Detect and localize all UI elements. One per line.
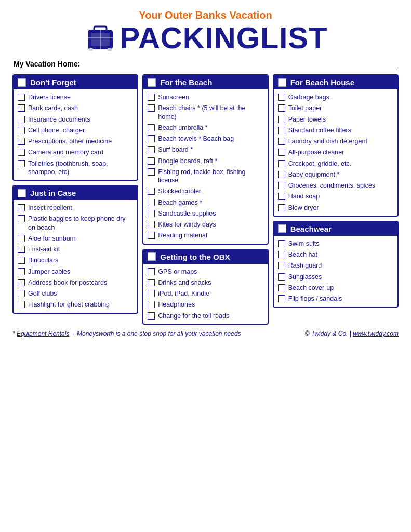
header-checkbox-for-the-beach[interactable] bbox=[148, 78, 156, 87]
vacation-home-line[interactable] bbox=[83, 60, 399, 68]
checkbox[interactable] bbox=[18, 160, 25, 167]
checkbox[interactable] bbox=[148, 268, 155, 275]
checkbox[interactable] bbox=[18, 290, 25, 297]
header-checkbox-just-in-case[interactable] bbox=[18, 189, 26, 197]
checkbox[interactable] bbox=[278, 116, 285, 123]
item-text: Sandcastle supplies bbox=[158, 209, 216, 218]
checkbox[interactable] bbox=[278, 94, 285, 101]
list-item: Jumper cables bbox=[18, 267, 133, 276]
checkbox[interactable] bbox=[278, 284, 285, 291]
checkbox[interactable] bbox=[278, 160, 285, 167]
list-item: Beach games * bbox=[148, 198, 263, 207]
checkbox[interactable] bbox=[18, 215, 25, 222]
checkbox[interactable] bbox=[278, 149, 285, 156]
section-title-for-the-beach: For the Beach bbox=[160, 78, 212, 87]
checkbox[interactable] bbox=[148, 290, 155, 297]
checkbox[interactable] bbox=[148, 104, 155, 112]
checkbox[interactable] bbox=[148, 199, 155, 206]
item-text: Groceries, condiments, spices bbox=[288, 181, 375, 190]
checkbox[interactable] bbox=[18, 257, 25, 264]
list-item: Change for the toll roads bbox=[148, 311, 263, 321]
footer-copyright: © Twiddy & Co. | bbox=[305, 330, 353, 337]
section-beachwear: Beachwear Swim suits Beach hat Rash guar… bbox=[273, 221, 399, 308]
item-text: Beach chairs * (5 will be at the home) bbox=[158, 104, 263, 121]
checkbox[interactable] bbox=[278, 251, 285, 258]
header-checkbox-beachwear[interactable] bbox=[278, 224, 286, 233]
checkbox[interactable] bbox=[278, 240, 285, 247]
column-1: Don't Forget Drivers license Bank cards,… bbox=[12, 74, 138, 314]
checkbox[interactable] bbox=[148, 279, 155, 286]
checkbox[interactable] bbox=[18, 127, 25, 134]
item-text: Boogie boards, raft * bbox=[158, 157, 217, 165]
list-item: Paper towels bbox=[278, 115, 393, 124]
list-item: Blow dryer bbox=[278, 203, 393, 212]
item-text: Camera and memory card bbox=[28, 148, 103, 156]
item-text: Beach hat bbox=[288, 250, 317, 259]
item-text: Toiletries (toothbrush, soap, shampoo, e… bbox=[28, 159, 133, 177]
checkbox[interactable] bbox=[148, 210, 155, 217]
checkbox[interactable] bbox=[18, 279, 25, 286]
column-3: For Beach House Garbage bags Toilet pape… bbox=[273, 74, 399, 308]
checkbox[interactable] bbox=[148, 135, 155, 142]
header-checkbox-for-beach-house[interactable] bbox=[278, 78, 286, 87]
item-text: Standard coffee filters bbox=[288, 126, 351, 135]
section-header-for-the-beach: For the Beach bbox=[143, 75, 267, 89]
list-item: Stocked cooler bbox=[148, 187, 263, 196]
checkbox[interactable] bbox=[148, 157, 155, 165]
list-item: Groceries, condiments, spices bbox=[278, 181, 393, 190]
item-text: Headphones bbox=[158, 300, 195, 309]
checkbox[interactable] bbox=[18, 116, 25, 123]
checkbox[interactable] bbox=[18, 104, 25, 112]
section-getting-to-obx: Getting to the OBX GPS or maps Drinks an… bbox=[142, 249, 268, 325]
checkbox[interactable] bbox=[148, 146, 155, 153]
list-item: Camera and memory card bbox=[18, 148, 133, 157]
checkbox[interactable] bbox=[148, 124, 155, 131]
section-title-for-beach-house: For Beach House bbox=[290, 78, 354, 87]
item-text: Address book for postcards bbox=[28, 278, 107, 287]
header-checkbox-dont-forget[interactable] bbox=[18, 78, 26, 87]
list-item: Toilet paper bbox=[278, 103, 393, 113]
checkbox[interactable] bbox=[18, 301, 25, 308]
header-checkbox-getting-to-obx[interactable] bbox=[148, 252, 156, 261]
item-text: Beach towels * Beach bag bbox=[158, 135, 234, 143]
checkbox[interactable] bbox=[278, 127, 285, 134]
section-body-dont-forget: Drivers license Bank cards, cash Insuran… bbox=[14, 89, 137, 180]
checkbox[interactable] bbox=[278, 295, 285, 302]
svg-rect-6 bbox=[108, 48, 112, 51]
checkbox[interactable] bbox=[278, 104, 285, 112]
checkbox[interactable] bbox=[278, 273, 285, 281]
checkbox[interactable] bbox=[148, 312, 155, 320]
checkbox[interactable] bbox=[18, 268, 25, 275]
checkbox[interactable] bbox=[18, 138, 25, 145]
checkbox[interactable] bbox=[278, 171, 285, 178]
checkbox[interactable] bbox=[148, 168, 155, 176]
checkbox[interactable] bbox=[18, 246, 25, 253]
checkbox[interactable] bbox=[18, 149, 25, 156]
item-text: Swim suits bbox=[288, 240, 320, 248]
checkbox[interactable] bbox=[18, 204, 25, 211]
list-item: Cell phone, charger bbox=[18, 126, 133, 135]
item-text: Flip flops / sandals bbox=[288, 295, 342, 303]
checkbox[interactable] bbox=[148, 232, 155, 239]
checkbox[interactable] bbox=[278, 262, 285, 269]
list-item: Insect repellent bbox=[18, 203, 133, 212]
checkbox[interactable] bbox=[148, 221, 155, 228]
list-item: Drinks and snacks bbox=[148, 278, 263, 287]
checkbox[interactable] bbox=[278, 204, 285, 211]
checkbox[interactable] bbox=[148, 94, 155, 101]
twiddy-link[interactable]: www.twiddy.com bbox=[353, 330, 399, 337]
section-for-beach-house: For Beach House Garbage bags Toilet pape… bbox=[273, 74, 399, 217]
equipment-rentals-link[interactable]: Equipment Rentals bbox=[17, 330, 69, 337]
checkbox[interactable] bbox=[18, 94, 25, 101]
checkbox[interactable] bbox=[278, 138, 285, 145]
list-item: Surf board * bbox=[148, 145, 263, 154]
checkbox[interactable] bbox=[278, 182, 285, 189]
list-item: All-purpose cleaner bbox=[278, 148, 393, 157]
list-item: Boogie boards, raft * bbox=[148, 156, 263, 166]
checkbox[interactable] bbox=[148, 188, 155, 195]
item-text: Blow dryer bbox=[288, 204, 319, 212]
checkbox[interactable] bbox=[278, 193, 285, 200]
list-item: Garbage bags bbox=[278, 92, 393, 102]
checkbox[interactable] bbox=[148, 301, 155, 308]
checkbox[interactable] bbox=[18, 235, 25, 242]
